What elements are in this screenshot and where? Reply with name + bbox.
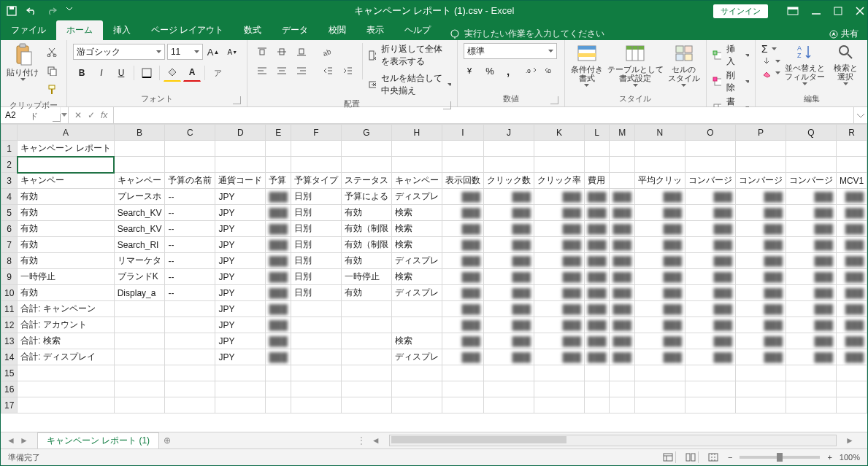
cell-I2[interactable] — [442, 157, 483, 173]
cell-I6[interactable]: ███ — [442, 221, 483, 237]
font-color-icon[interactable]: A — [183, 63, 201, 82]
cell-Q16[interactable] — [786, 381, 836, 397]
cell-C5[interactable]: -- — [165, 205, 215, 221]
page-layout-view-icon[interactable] — [683, 451, 699, 463]
cell-P12[interactable]: ███ — [735, 317, 786, 333]
cut-icon[interactable] — [43, 43, 61, 61]
fx-icon[interactable]: fx — [101, 110, 107, 120]
page-break-view-icon[interactable] — [706, 451, 721, 463]
cell-E14[interactable]: ███ — [266, 349, 291, 365]
cell-E10[interactable]: ███ — [266, 285, 291, 301]
col-header-Q[interactable]: Q — [786, 125, 836, 141]
sheet-nav-prev-icon[interactable]: ◄ — [7, 435, 15, 446]
cell-R8[interactable]: ███ — [836, 253, 867, 269]
decrease-decimal-icon[interactable]: .0 — [542, 62, 558, 79]
cell-A9[interactable]: 一時停止 — [18, 269, 114, 285]
cell-C3[interactable]: 予算の名前 — [165, 173, 215, 189]
cell-N4[interactable]: ███ — [634, 189, 685, 205]
cell-P14[interactable]: ███ — [735, 349, 786, 365]
cell-Q11[interactable]: ███ — [786, 301, 836, 317]
cell-I15[interactable] — [442, 365, 483, 381]
row-header-11[interactable]: 11 — [1, 301, 18, 317]
delete-cells-button[interactable]: 削除 — [713, 69, 749, 94]
cell-K15[interactable] — [534, 365, 584, 381]
col-header-I[interactable]: I — [442, 125, 483, 141]
cell-Q1[interactable] — [786, 141, 836, 157]
cell-R10[interactable]: ███ — [836, 285, 867, 301]
cell-E16[interactable] — [266, 381, 291, 397]
cell-J7[interactable]: ███ — [483, 237, 534, 253]
tab-ヘルプ[interactable]: ヘルプ — [394, 20, 441, 40]
cell-H1[interactable] — [391, 141, 442, 157]
cell-Q8[interactable]: ███ — [786, 253, 836, 269]
cell-O5[interactable]: ███ — [685, 205, 735, 221]
cell-K17[interactable] — [534, 397, 584, 413]
cell-L4[interactable]: ███ — [584, 189, 610, 205]
cell-J5[interactable]: ███ — [483, 205, 534, 221]
cell-N15[interactable] — [634, 365, 685, 381]
cell-H9[interactable]: 検索 — [391, 269, 442, 285]
cell-O13[interactable]: ███ — [685, 333, 735, 349]
cell-F12[interactable] — [291, 317, 341, 333]
cell-R4[interactable]: ███ — [836, 189, 867, 205]
cell-H11[interactable] — [391, 301, 442, 317]
cell-O12[interactable]: ███ — [685, 317, 735, 333]
tell-me[interactable]: 実行したい作業を入力してください — [441, 28, 613, 40]
decrease-indent-icon[interactable] — [319, 62, 337, 79]
cell-G17[interactable] — [341, 397, 391, 413]
copy-icon[interactable] — [43, 62, 61, 79]
cell-M14[interactable]: ███ — [610, 349, 635, 365]
cell-J3[interactable]: クリック数 — [483, 173, 534, 189]
cell-I4[interactable]: ███ — [442, 189, 483, 205]
qat-dropdown-icon[interactable] — [66, 6, 72, 16]
cell-I8[interactable]: ███ — [442, 253, 483, 269]
cell-J9[interactable]: ███ — [483, 269, 534, 285]
row-header-8[interactable]: 8 — [1, 253, 18, 269]
cell-P1[interactable] — [735, 141, 786, 157]
cell-G1[interactable] — [341, 141, 391, 157]
cell-M16[interactable] — [610, 381, 635, 397]
cell-P6[interactable]: ███ — [735, 221, 786, 237]
cell-Q12[interactable]: ███ — [786, 317, 836, 333]
cell-B8[interactable]: リマーケタ — [114, 253, 165, 269]
conditional-format-button[interactable]: 条件付き 書式 — [571, 43, 603, 87]
increase-decimal-icon[interactable]: .0 — [523, 62, 539, 79]
cell-C4[interactable]: -- — [165, 189, 215, 205]
cell-M8[interactable]: ███ — [610, 253, 635, 269]
cell-F3[interactable]: 予算タイプ — [291, 173, 341, 189]
cell-A17[interactable] — [18, 397, 114, 413]
cell-J14[interactable]: ███ — [483, 349, 534, 365]
expand-formula-bar-icon[interactable] — [853, 107, 867, 123]
cell-R15[interactable] — [836, 365, 867, 381]
cell-G15[interactable] — [341, 365, 391, 381]
cell-B3[interactable]: キャンペー — [114, 173, 165, 189]
cell-E7[interactable]: ███ — [266, 237, 291, 253]
cell-D6[interactable]: JPY — [215, 221, 266, 237]
align-right-icon[interactable] — [293, 62, 310, 79]
cell-K9[interactable]: ███ — [534, 269, 584, 285]
cell-F1[interactable] — [291, 141, 341, 157]
cell-H15[interactable] — [391, 365, 442, 381]
cells-grid[interactable]: ABCDEFGHIJKLMNOPQR1キャンペーン レポート23キャンペーキャン… — [1, 124, 867, 432]
row-header-14[interactable]: 14 — [1, 349, 18, 365]
cell-H7[interactable]: 検索 — [391, 237, 442, 253]
col-header-G[interactable]: G — [341, 125, 391, 141]
cell-H2[interactable] — [391, 157, 442, 173]
col-header-C[interactable]: C — [165, 125, 215, 141]
tab-ファイル[interactable]: ファイル — [1, 20, 56, 40]
cell-D11[interactable]: JPY — [215, 301, 266, 317]
cell-D7[interactable]: JPY — [215, 237, 266, 253]
sort-filter-button[interactable]: AZ並べ替えと フィルター — [785, 43, 825, 85]
cell-A10[interactable]: 有効 — [18, 285, 114, 301]
cell-F15[interactable] — [291, 365, 341, 381]
cell-J16[interactable] — [483, 381, 534, 397]
cell-D1[interactable] — [215, 141, 266, 157]
cell-C12[interactable] — [165, 317, 215, 333]
formula-input[interactable] — [114, 107, 862, 123]
cell-A13[interactable]: 合計: 検索 — [18, 333, 114, 349]
cell-R12[interactable]: ███ — [836, 317, 867, 333]
col-header-K[interactable]: K — [534, 125, 584, 141]
cell-L2[interactable] — [584, 157, 610, 173]
enter-icon[interactable]: ✓ — [88, 110, 95, 120]
cell-B5[interactable]: Search_KV — [114, 205, 165, 221]
